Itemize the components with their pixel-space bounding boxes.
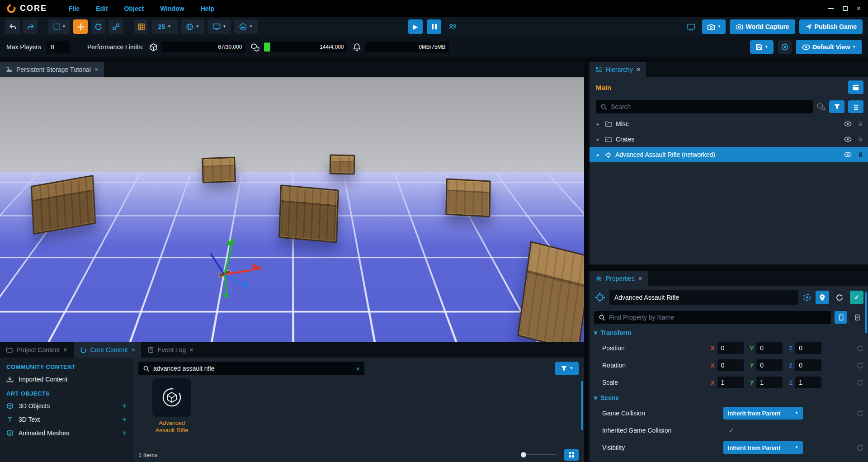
hierarchy-item-advanced-assault-rifle[interactable]: ▸ Advanced Assault Rifle (networked) <box>590 147 868 162</box>
play-button[interactable]: ▶ <box>408 19 423 34</box>
expand-icon[interactable]: ▸ <box>597 152 601 158</box>
scale-tool-button[interactable] <box>108 19 123 34</box>
menu-window[interactable]: Window <box>154 0 191 17</box>
reset-position-icon[interactable] <box>857 345 863 352</box>
transform-gizmo[interactable] <box>195 230 268 298</box>
scene-section-header[interactable]: ▾ Scene <box>590 391 868 405</box>
capture-thumbnail-button[interactable] <box>848 80 863 94</box>
rotation-z-input[interactable] <box>795 359 821 371</box>
add-icon[interactable]: + <box>122 401 127 410</box>
menu-help[interactable]: Help <box>194 0 221 17</box>
world-settings-dropdown[interactable]: ▼ <box>181 19 204 34</box>
search-assets-icon[interactable] <box>816 103 826 111</box>
redo-button[interactable] <box>23 19 38 34</box>
reset-rotation-icon[interactable] <box>857 362 863 369</box>
rotation-x-input[interactable] <box>717 359 744 371</box>
object-name-input[interactable] <box>609 290 798 305</box>
hierarchy-search-input[interactable] <box>611 103 808 110</box>
sidebar-item-3d-text[interactable]: 3D Text + <box>0 413 133 426</box>
tab-event-log[interactable]: Event Log × <box>142 342 199 358</box>
reset-scale-icon[interactable] <box>857 379 863 386</box>
visibility-eye-icon[interactable] <box>844 152 852 157</box>
reset-game-collision-icon[interactable] <box>857 410 863 417</box>
grid-snap-toggle[interactable] <box>134 19 148 34</box>
selection-mode-dropdown[interactable]: ▼ <box>48 19 70 34</box>
publish-game-button[interactable]: Publish Game <box>799 19 863 34</box>
close-icon[interactable]: × <box>638 275 642 282</box>
reset-object-button[interactable] <box>833 291 846 304</box>
properties-scrollbar[interactable] <box>865 292 867 333</box>
property-search[interactable] <box>594 311 831 324</box>
tab-hierarchy[interactable]: Hierarchy × <box>590 62 646 77</box>
hierarchy-filter-button[interactable] <box>829 100 844 113</box>
lock-icon[interactable] <box>858 151 863 158</box>
scale-z-input[interactable] <box>795 377 821 388</box>
visibility-dropdown[interactable]: Inherit from Parent ▼ <box>723 441 803 454</box>
move-tool-button[interactable] <box>73 19 88 34</box>
window-minimize-button[interactable] <box>828 8 834 9</box>
apply-button[interactable]: ✓ <box>850 291 863 304</box>
screen-mode-dropdown[interactable]: ▼ <box>208 19 231 34</box>
tab-project-content[interactable]: Project Content × <box>0 342 73 358</box>
present-screen-button[interactable] <box>684 19 698 34</box>
undo-button[interactable] <box>5 19 20 34</box>
sidebar-item-3d-objects[interactable]: 3D Objects + <box>0 399 133 413</box>
position-z-input[interactable] <box>795 342 821 354</box>
copy-properties-button[interactable] <box>835 311 847 324</box>
tab-core-content[interactable]: Core Content × <box>74 342 141 358</box>
position-y-input[interactable] <box>756 342 783 354</box>
add-icon[interactable]: + <box>122 415 127 424</box>
close-icon[interactable]: × <box>64 346 67 354</box>
game-collision-dropdown[interactable]: Inherit from Parent ▼ <box>723 407 803 420</box>
content-search[interactable]: × <box>138 362 364 375</box>
add-icon[interactable]: + <box>122 429 127 438</box>
close-icon[interactable]: × <box>94 66 98 73</box>
window-maximize-button[interactable] <box>843 6 848 11</box>
lock-icon[interactable] <box>858 136 863 142</box>
viewport-scene[interactable] <box>0 77 584 342</box>
default-view-dropdown[interactable]: Default View ▼ <box>796 40 862 54</box>
content-search-input[interactable] <box>153 365 352 372</box>
rotation-y-input[interactable] <box>756 359 783 371</box>
scale-x-input[interactable] <box>717 377 744 388</box>
sidebar-item-imported-content[interactable]: Imported Content <box>0 372 133 386</box>
multiplayer-preview-button[interactable] <box>445 19 460 34</box>
content-scrollbar[interactable] <box>581 381 583 430</box>
thumbnail-size-slider[interactable] <box>521 452 556 457</box>
rotate-tool-button[interactable] <box>91 19 105 34</box>
expand-icon[interactable]: ▸ <box>597 121 601 127</box>
crate[interactable] <box>445 178 491 217</box>
paste-properties-button[interactable] <box>851 311 863 324</box>
close-icon[interactable]: × <box>637 66 640 73</box>
scale-y-input[interactable] <box>756 377 783 388</box>
pause-button[interactable] <box>427 19 441 34</box>
collapse-all-button[interactable] <box>848 100 863 113</box>
grid-view-button[interactable] <box>564 449 579 461</box>
menu-file[interactable]: File <box>62 0 86 17</box>
crate[interactable] <box>278 184 339 243</box>
close-icon[interactable]: × <box>189 346 193 354</box>
window-close-button[interactable]: × <box>857 5 861 12</box>
reset-visibility-icon[interactable] <box>857 444 863 451</box>
asset-advanced-assault-rifle[interactable]: Advanced Assault Rifle <box>148 378 195 434</box>
expand-icon[interactable]: ▸ <box>597 137 601 142</box>
pin-button[interactable] <box>816 291 829 304</box>
tab-properties[interactable]: Properties × <box>590 271 648 286</box>
lock-icon[interactable] <box>858 121 863 127</box>
focus-target-button[interactable] <box>778 40 792 54</box>
menu-edit[interactable]: Edit <box>90 0 114 17</box>
sidebar-item-animated-meshes[interactable]: Animated Meshes + <box>0 426 133 440</box>
visibility-eye-icon[interactable] <box>844 137 852 142</box>
crate[interactable] <box>202 157 236 184</box>
hierarchy-search[interactable] <box>596 100 813 113</box>
save-dropdown[interactable]: ▼ <box>750 40 774 54</box>
hierarchy-item-misc[interactable]: ▸ Misc <box>590 116 868 132</box>
property-search-input[interactable] <box>609 314 826 321</box>
world-capture-button[interactable]: World Capture <box>730 19 795 34</box>
snap-step-dropdown[interactable]: 25 ▼ <box>151 19 178 34</box>
tab-viewport[interactable]: Persistent Storage Tutorial × <box>0 62 104 77</box>
close-icon[interactable]: × <box>132 346 135 354</box>
position-x-input[interactable] <box>717 342 744 354</box>
capture-camera-dropdown[interactable]: ▼ <box>702 19 726 34</box>
content-filter-dropdown[interactable]: ▼ <box>555 362 579 375</box>
